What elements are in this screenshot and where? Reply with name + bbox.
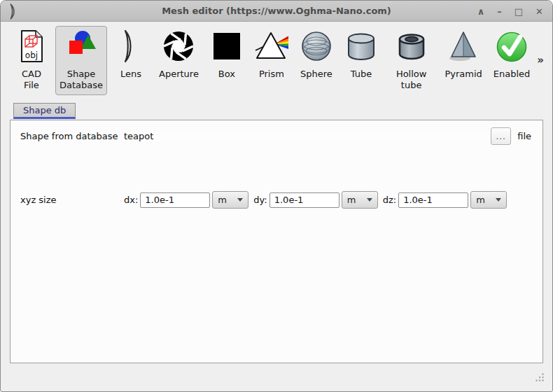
svg-text:obj: obj xyxy=(25,50,38,60)
pyramid-icon xyxy=(447,29,480,63)
dx-unit-value: m xyxy=(218,195,227,205)
toolbar-item-sphere[interactable]: Sphere xyxy=(295,26,337,85)
dz-unit-select[interactable]: m xyxy=(470,191,507,209)
prism-icon xyxy=(255,29,288,63)
toolbar-label: Hollow tube xyxy=(389,69,433,90)
window-title: Mesh editor (https://www.Oghma-Nano.com) xyxy=(1,1,552,22)
titlebar[interactable]: Mesh editor (https://www.Oghma-Nano.com)… xyxy=(1,1,552,22)
chevron-down-icon xyxy=(496,198,501,202)
dz-input[interactable] xyxy=(398,192,468,208)
toolbar-item-enabled[interactable]: Enabled xyxy=(489,26,535,85)
aperture-icon xyxy=(162,29,195,63)
toolbar-item-pyramid[interactable]: Pyramid xyxy=(440,26,486,85)
dy-unit-value: m xyxy=(347,195,356,205)
close-button[interactable]: ✕ xyxy=(536,7,543,16)
lens-icon xyxy=(114,29,148,63)
shape-db-panel: Shape from database teapot ... file xyz … xyxy=(10,120,543,363)
toolbar-item-cad-file[interactable]: obj CAD File xyxy=(10,26,52,95)
toolbar-item-aperture[interactable]: Aperture xyxy=(155,26,203,85)
toolbar-label: CAD File xyxy=(17,69,46,90)
dz-label: dz: xyxy=(383,195,396,205)
toolbar-overflow-chevron[interactable]: » xyxy=(537,54,544,66)
window-controls: ∧ – □ ✕ xyxy=(477,1,543,22)
file-suffix-label: file xyxy=(517,131,531,141)
chevron-down-icon xyxy=(367,198,372,202)
xyz-size-label: xyz size xyxy=(20,195,124,205)
dx-input[interactable] xyxy=(140,192,210,208)
tabbar: Shape db xyxy=(13,103,552,120)
statusbar xyxy=(1,363,552,391)
shape-from-database-label: Shape from database xyxy=(20,131,124,141)
toolbar-label: Tube xyxy=(351,69,372,80)
shape-name-value[interactable]: teapot xyxy=(124,131,491,141)
resize-grip[interactable] xyxy=(534,372,545,385)
toolbar-item-lens[interactable]: Lens xyxy=(110,26,152,85)
toolbar-label: Sphere xyxy=(300,69,332,80)
dy-unit-select[interactable]: m xyxy=(342,191,378,209)
minimize-button[interactable]: – xyxy=(497,7,502,16)
tube-icon xyxy=(344,29,378,63)
dy-label: dy: xyxy=(253,195,267,205)
toolbar-item-tube[interactable]: Tube xyxy=(340,26,382,85)
dx-unit-select[interactable]: m xyxy=(212,191,248,209)
toolbar-label: Box xyxy=(218,69,235,80)
dx-label: dx: xyxy=(124,195,138,205)
toolbar-label: Pyramid xyxy=(444,69,482,80)
toolbar-label: Enabled xyxy=(493,69,531,80)
shape-database-icon xyxy=(64,29,98,63)
toolbar-item-hollow-tube[interactable]: Hollow tube xyxy=(385,26,438,95)
box-icon xyxy=(210,29,244,63)
dz-unit-value: m xyxy=(476,195,485,205)
toolbar-label: Shape Database xyxy=(59,69,103,90)
hollow-tube-icon xyxy=(395,29,428,63)
mesh-editor-window: Mesh editor (https://www.Oghma-Nano.com)… xyxy=(0,0,553,392)
sphere-icon xyxy=(300,29,333,63)
chevron-down-icon xyxy=(237,198,243,202)
shape-from-database-row: Shape from database teapot ... file xyxy=(20,127,533,146)
tab-shape-db[interactable]: Shape db xyxy=(13,103,76,119)
toolbar-item-shape-database[interactable]: Shape Database xyxy=(55,26,107,95)
maximize-button[interactable]: □ xyxy=(514,7,523,16)
toolbar-item-box[interactable]: Box xyxy=(206,26,248,85)
toolbar-label: Lens xyxy=(120,69,141,80)
xyz-size-row: xyz size dx: m dy: m dz: m xyxy=(20,191,533,209)
toolbar: obj CAD File Shape Database Lens xyxy=(1,22,552,97)
toolbar-label: Prism xyxy=(259,69,284,80)
dy-input[interactable] xyxy=(270,192,340,208)
toolbar-label: Aperture xyxy=(159,69,199,80)
enabled-check-icon xyxy=(495,29,528,63)
browse-file-button[interactable]: ... xyxy=(491,127,511,145)
shade-button[interactable]: ∧ xyxy=(477,7,485,16)
cad-file-icon: obj xyxy=(15,29,48,63)
toolbar-item-prism[interactable]: Prism xyxy=(251,26,293,85)
